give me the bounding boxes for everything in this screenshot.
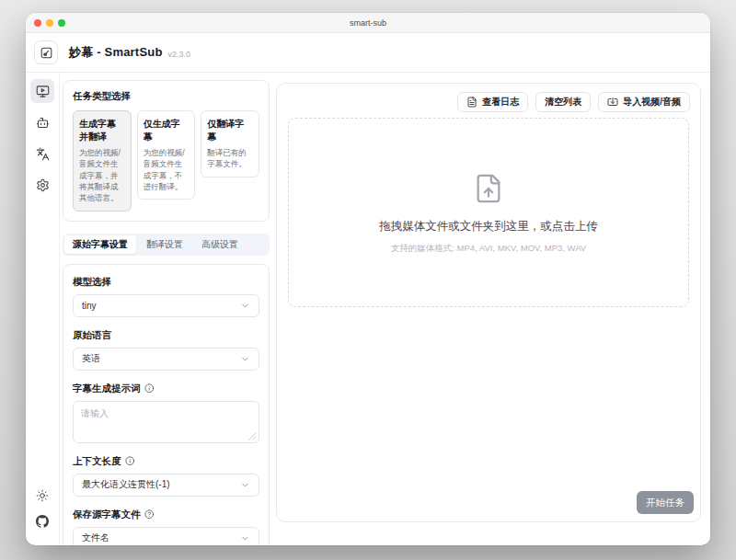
titlebar: smart-sub [26,13,710,33]
chevron-down-icon [240,533,250,543]
left-column: 任务类型选择 生成字幕并翻译 为您的视频/音频文件生成字幕，并将其翻译成其他语言… [63,80,270,545]
save-subtitle-field: 保存源字幕文件 文件名 [73,509,259,545]
gear-icon [36,178,50,192]
task-option-desc: 翻译已有的字幕文件。 [207,147,253,170]
settings-tabbar: 源始字幕设置 翻译设置 高级设置 [63,234,270,256]
file-toolbar: 查看日志 清空列表 导入视频/音频 [457,92,690,112]
chevron-down-icon [240,354,250,364]
resize-handle[interactable] [248,432,257,440]
dropzone-text: 拖拽媒体文件或文件夹到这里，或点击上传 [379,219,598,234]
robot-icon [36,116,50,130]
dropzone-formats: 支持的媒体格式: MP4, AVI, MKV, MOV, MP3, WAV [391,243,586,255]
tab-advanced-settings[interactable]: 高级设置 [193,235,247,254]
sidebar-item-translation[interactable] [30,142,54,166]
clear-list-button[interactable]: 清空列表 [535,92,591,112]
task-option-desc: 为您的视频/音频文件生成字幕，不进行翻译。 [144,147,190,192]
context-select-value: 最大化语义连贯性(-1) [82,478,170,491]
language-select-value: 英语 [82,352,100,365]
sun-icon [36,489,49,502]
prompt-textarea-wrap [73,401,259,443]
task-option-desc: 为您的视频/音频文件生成字幕，并将其翻译成其他语言。 [79,147,125,204]
chevron-down-icon [240,480,250,490]
language-select[interactable]: 英语 [73,348,259,371]
task-option-generate-only[interactable]: 仅生成字幕 为您的视频/音频文件生成字幕，不进行翻译。 [137,110,196,200]
task-option-title: 仅生成字幕 [144,118,190,143]
close-window-button[interactable] [34,19,41,27]
save-subtitle-select-value: 文件名 [82,531,109,544]
import-media-button[interactable]: 导入视频/音频 [598,92,690,112]
save-subtitle-label-text: 保存源字幕文件 [73,509,141,521]
prompt-textarea[interactable] [74,402,259,442]
task-option-title: 生成字幕并翻译 [79,118,125,143]
sidebar [26,73,60,544]
app-logo [34,40,58,64]
tab-source-subtitle-settings[interactable]: 源始字幕设置 [64,235,136,254]
file-text-icon [466,97,477,108]
model-select-value: tiny [82,301,97,311]
model-select[interactable]: tiny [73,294,259,317]
window-title: smart-sub [350,18,386,28]
sidebar-item-tasks[interactable] [30,79,54,103]
sidebar-item-settings[interactable] [30,173,54,197]
model-label: 模型选择 [73,276,259,289]
app-logo-icon [40,46,53,60]
context-label-text: 上下文长度 [73,455,121,468]
clear-list-label: 清空列表 [545,96,581,109]
traffic-lights [34,13,65,32]
app-version: v2.3.0 [168,50,191,59]
tab-translation-settings[interactable]: 翻译设置 [138,235,191,254]
info-icon [144,383,155,394]
context-field: 上下文长度 最大化语义连贯性(-1) [73,455,259,497]
context-label: 上下文长度 [73,455,259,468]
language-field: 原始语言 英语 [73,329,259,371]
start-task-button[interactable]: 开始任务 [637,491,694,514]
languages-icon [36,147,50,161]
task-option-title: 仅翻译字幕 [207,118,253,143]
info-icon [125,456,135,466]
save-subtitle-select[interactable]: 文件名 [73,527,259,545]
sidebar-item-ai-models[interactable] [30,110,54,134]
task-panel-title: 任务类型选择 [73,90,259,103]
main-content: 任务类型选择 生成字幕并翻译 为您的视频/音频文件生成字幕，并将其翻译成其他语言… [60,73,710,544]
github-icon [36,515,49,528]
github-link[interactable] [26,515,59,528]
prompt-label: 字幕生成提示词 [73,383,259,395]
context-select[interactable]: 最大化语义连贯性(-1) [73,474,259,497]
prompt-field: 字幕生成提示词 [73,383,259,443]
view-log-button[interactable]: 查看日志 [457,92,528,112]
import-media-label: 导入视频/音频 [623,96,681,109]
help-icon [144,509,155,520]
minimize-window-button[interactable] [46,19,53,27]
theme-toggle-button[interactable] [26,489,59,502]
app-header: 妙幕 - SmartSub v2.3.0 [26,33,710,73]
task-options: 生成字幕并翻译 为您的视频/音频文件生成字幕，并将其翻译成其他语言。 仅生成字幕… [73,110,259,211]
save-subtitle-label: 保存源字幕文件 [73,509,259,521]
import-icon [607,97,618,108]
language-label: 原始语言 [73,329,259,342]
task-type-panel: 任务类型选择 生成字幕并翻译 为您的视频/音频文件生成字幕，并将其翻译成其他语言… [63,80,270,222]
source-subtitle-settings-panel: 模型选择 tiny 原始语言 英语 [63,264,270,545]
chevron-down-icon [240,301,250,311]
model-field: 模型选择 tiny [73,276,259,317]
media-dropzone[interactable]: 拖拽媒体文件或文件夹到这里，或点击上传 支持的媒体格式: MP4, AVI, M… [288,118,689,307]
zoom-window-button[interactable] [58,19,65,27]
task-option-translate-only[interactable]: 仅翻译字幕 翻译已有的字幕文件。 [201,110,259,177]
task-option-generate-and-translate[interactable]: 生成字幕并翻译 为您的视频/音频文件生成字幕，并将其翻译成其他语言。 [73,110,132,211]
prompt-label-text: 字幕生成提示词 [73,383,141,395]
monitor-play-icon [36,85,50,98]
view-log-label: 查看日志 [482,96,519,109]
page-title: 妙幕 - SmartSub [69,44,163,61]
file-upload-icon [473,170,504,207]
file-list-panel: 查看日志 清空列表 导入视频/音频 [276,83,701,522]
app-window: smart-sub 妙幕 - SmartSub v2.3.0 [26,13,710,545]
